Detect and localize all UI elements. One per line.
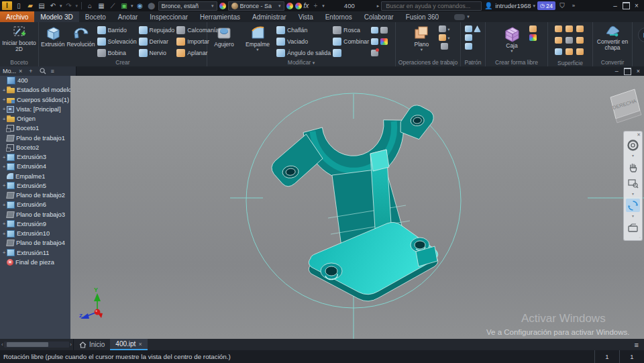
- tree-item-extrusion10[interactable]: +Extrusión10: [0, 229, 70, 238]
- search-arrow-icon[interactable]: ▸: [377, 3, 380, 9]
- browser-menu-icon[interactable]: ≡: [51, 68, 54, 74]
- derivar-button[interactable]: Derivar: [139, 36, 175, 47]
- revolucion-button[interactable]: Revolución: [66, 23, 95, 48]
- navbar-options-icon[interactable]: ◦: [639, 236, 641, 240]
- eliminar-cara-button[interactable]: [371, 48, 378, 58]
- tab-herramientas[interactable]: Herramientas: [194, 11, 246, 22]
- wheel-dropdown-icon[interactable]: ▾: [632, 154, 634, 158]
- browser-search-icon[interactable]: [40, 68, 46, 74]
- tab-close-icon[interactable]: ×: [138, 341, 142, 348]
- expand-icon[interactable]: +: [1, 106, 7, 112]
- scroll-left-icon[interactable]: ‹: [1, 342, 3, 348]
- partir-button[interactable]: [371, 36, 378, 47]
- look-at-button[interactable]: [626, 221, 640, 234]
- tab-colaborar[interactable]: Colaborar: [358, 11, 400, 22]
- tab-anotar[interactable]: Anotar: [112, 11, 144, 22]
- group-label-modificar[interactable]: Modificar ▾: [207, 58, 395, 66]
- display-dropdown-icon[interactable]: ▾: [131, 3, 133, 9]
- caja-color-button[interactable]: [380, 36, 388, 47]
- tree-item-boceto1[interactable]: Boceto1: [0, 123, 70, 133]
- tab-administrar[interactable]: Administrar: [246, 11, 292, 22]
- add-icon[interactable]: +: [311, 2, 320, 10]
- tree-item-final-de-pieza[interactable]: ×Final de pieza: [0, 258, 70, 267]
- combinar-button[interactable]: Combinar: [333, 36, 369, 47]
- tree-item-plano3[interactable]: Plano de trabajo3: [0, 210, 70, 219]
- tab-inspeccionar[interactable]: Inspeccionar: [144, 11, 194, 22]
- tree-item-origen[interactable]: +Origen: [0, 114, 70, 123]
- doc-restore-button[interactable]: [624, 68, 631, 75]
- adjust-add-icon[interactable]: [286, 3, 293, 9]
- tree-item-vista[interactable]: +Vista: [Principal]: [0, 105, 70, 114]
- expand-icon[interactable]: +: [1, 116, 7, 122]
- ribbon-overflow-button[interactable]: ◑▾: [638, 28, 644, 42]
- group-label-superficie[interactable]: Superficie: [548, 59, 592, 66]
- expand-icon[interactable]: +: [1, 87, 7, 93]
- scrollbar-track[interactable]: [4, 342, 70, 348]
- minimize-button[interactable]: –: [610, 1, 621, 10]
- convertir-en-chapa-button[interactable]: Convertir en chapa: [595, 23, 630, 52]
- tab-boceto[interactable]: Boceto: [79, 11, 112, 22]
- globe-icon[interactable]: ⬤: [147, 2, 156, 10]
- empalme-button[interactable]: Empalme ▾: [241, 23, 274, 51]
- 3d-viewport[interactable]: DERECHA ✕ ▾ ▾ ▾ ◦ Y Z Acti: [70, 76, 644, 339]
- browser-horizontal-scrollbar[interactable]: ‹ ›: [0, 339, 74, 350]
- quickaccess-dropdown-icon[interactable]: ▾: [322, 3, 325, 9]
- repujado-button[interactable]: Repujado: [139, 25, 175, 36]
- measure-icon[interactable]: ⟋: [108, 2, 117, 10]
- browser-close-icon[interactable]: ×: [19, 68, 22, 74]
- patch-surface-icon[interactable]: [566, 25, 573, 32]
- orbit-button[interactable]: [626, 199, 640, 212]
- browser-add-icon[interactable]: +: [29, 68, 32, 74]
- desfase-button[interactable]: [371, 25, 378, 36]
- zoom-window-button[interactable]: [626, 176, 640, 190]
- tab-400-ipt[interactable]: 400.ipt ×: [110, 339, 147, 350]
- material-dropdown[interactable]: Bronce, estañ ▾: [158, 1, 217, 11]
- group-label-crear[interactable]: Crear: [39, 58, 207, 66]
- tree-item-boceto2[interactable]: Boceto2: [0, 143, 70, 152]
- new-file-icon[interactable]: ▯: [14, 2, 23, 10]
- scrollbar-thumb[interactable]: [7, 342, 48, 347]
- plano-button[interactable]: Plano ▾: [406, 23, 437, 51]
- bobina-button[interactable]: Bobina: [97, 48, 137, 58]
- barrido-button[interactable]: Barrido: [97, 25, 137, 36]
- freeform-convert-icon[interactable]: [529, 34, 537, 41]
- user-dropdown-icon[interactable]: ▾: [533, 3, 536, 9]
- group-label-forma[interactable]: Crear forma libre: [486, 58, 547, 66]
- redo-icon[interactable]: ↷: [64, 2, 74, 10]
- rectangular-pattern-icon[interactable]: [465, 25, 472, 32]
- cart-icon[interactable]: ⛉: [557, 2, 567, 10]
- zoom-dropdown-icon[interactable]: ▾: [632, 193, 634, 196]
- punto-button[interactable]: ▾: [439, 34, 449, 41]
- scu-button[interactable]: [441, 43, 448, 50]
- username[interactable]: intruder1968: [495, 2, 531, 9]
- tab-entornos[interactable]: Entornos: [319, 11, 358, 22]
- sculpt-surface-icon[interactable]: [566, 37, 573, 44]
- steering-wheel-button[interactable]: [626, 138, 640, 152]
- close-button[interactable]: ×: [631, 1, 642, 10]
- copy-surface-icon[interactable]: [576, 48, 584, 55]
- chaflan-button[interactable]: Chaflán: [276, 25, 331, 36]
- expand-icons-icon[interactable]: »: [569, 2, 578, 10]
- orbit-dropdown-icon[interactable]: ▾: [632, 215, 634, 218]
- espesar-button[interactable]: [333, 48, 369, 58]
- ruled-surface-icon[interactable]: [555, 48, 562, 55]
- expand-icon[interactable]: +: [1, 221, 7, 227]
- undo-icon[interactable]: ↶: [48, 2, 58, 10]
- tab-archivo[interactable]: Archivo: [0, 11, 34, 22]
- angulo-de-salida-button[interactable]: Ángulo de salida: [276, 48, 331, 58]
- group-label-boceto[interactable]: Boceto: [0, 58, 38, 66]
- tree-item-extrusion5[interactable]: +Extrusión5: [0, 181, 70, 191]
- iniciar-boceto-2d-button[interactable]: Iniciar boceto 2D: [2, 23, 36, 53]
- offset-surface-icon[interactable]: [566, 48, 573, 55]
- tree-item-estados[interactable]: +Estados del modelo: [Pr: [0, 85, 70, 95]
- agujero-button[interactable]: Agujero: [209, 23, 239, 48]
- rosca-button[interactable]: Rosca: [333, 25, 369, 36]
- freeform-face-icon[interactable]: [529, 25, 537, 32]
- tab-modelo-3d[interactable]: Modelo 3D: [34, 11, 78, 22]
- search-input[interactable]: [384, 2, 478, 10]
- mirror-icon[interactable]: [474, 25, 481, 32]
- tree-item-plano2[interactable]: Plano de trabajo2: [0, 191, 70, 200]
- tree-item-cuerpos[interactable]: +Cuerpos sólidos(1): [0, 95, 70, 105]
- sketch-pattern-icon[interactable]: [465, 43, 472, 50]
- inventor-logo[interactable]: I: [2, 1, 12, 10]
